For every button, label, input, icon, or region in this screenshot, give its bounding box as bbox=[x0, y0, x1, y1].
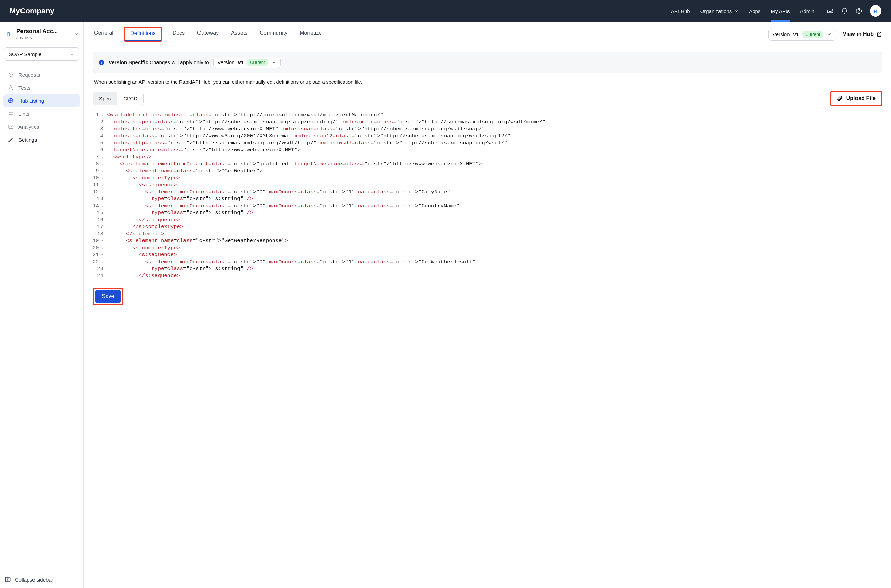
code-editor[interactable]: 123456789101112131415161718192021222324 … bbox=[93, 111, 882, 279]
pencil-icon bbox=[8, 136, 14, 143]
inbox-icon[interactable] bbox=[827, 8, 834, 14]
chevron-down-icon bbox=[734, 9, 739, 14]
account-title: Personal Acc... bbox=[17, 28, 70, 35]
collapse-icon bbox=[5, 576, 11, 582]
info-icon bbox=[98, 59, 105, 66]
svg-point-5 bbox=[11, 112, 12, 113]
svg-point-1 bbox=[858, 12, 859, 13]
nav-apps[interactable]: Apps bbox=[749, 8, 760, 14]
account-switcher[interactable]: R Personal Acc... sbyrnes bbox=[0, 22, 83, 44]
code-content[interactable]: <wsdl:definitions xmlns:tm=class="c-str"… bbox=[107, 112, 882, 279]
project-select-label: SOAP Sample bbox=[9, 51, 41, 57]
sidebar-item-tests[interactable]: Tests bbox=[3, 81, 80, 94]
sidebar-item-analytics[interactable]: Analytics bbox=[3, 120, 80, 133]
nav-admin[interactable]: Admin bbox=[800, 8, 814, 14]
sidebar-item-hub-listing[interactable]: Hub Listing bbox=[3, 94, 80, 107]
svg-point-3 bbox=[10, 75, 11, 75]
definitions-helper-text: When publishing an API version to the Ra… bbox=[93, 73, 882, 91]
attachment-icon bbox=[837, 95, 843, 101]
tab-general[interactable]: General bbox=[93, 27, 115, 42]
bell-icon[interactable] bbox=[841, 8, 848, 14]
collapse-sidebar-button[interactable]: Collapse sidebar bbox=[0, 571, 83, 588]
tab-docs[interactable]: Docs bbox=[171, 27, 186, 42]
chevron-down-icon bbox=[272, 60, 276, 65]
project-select[interactable]: SOAP Sample bbox=[4, 48, 79, 61]
banner-version-select[interactable]: Version v1 Current bbox=[213, 57, 281, 68]
target-icon bbox=[8, 72, 14, 78]
page-tabs-row: General Definitions Docs Gateway Assets … bbox=[84, 22, 891, 42]
sidebar-item-requests[interactable]: Requests bbox=[3, 68, 80, 81]
chart-icon bbox=[8, 124, 14, 130]
tab-definitions[interactable]: Definitions bbox=[124, 27, 162, 42]
svg-point-2 bbox=[9, 73, 13, 77]
sidebar-item-settings[interactable]: Settings bbox=[3, 133, 80, 146]
main: General Definitions Docs Gateway Assets … bbox=[84, 22, 891, 588]
svg-point-6 bbox=[9, 114, 10, 116]
help-icon[interactable] bbox=[855, 8, 862, 14]
nav-organizations[interactable]: Organizations bbox=[700, 8, 739, 14]
svg-point-10 bbox=[101, 61, 102, 62]
current-badge: Current bbox=[247, 59, 268, 66]
avatar[interactable]: R bbox=[870, 5, 882, 17]
top-nav-items: API Hub Organizations Apps My APIs Admin bbox=[671, 8, 814, 14]
line-gutter: 123456789101112131415161718192021222324 bbox=[93, 112, 107, 279]
seg-cicd[interactable]: CI/CD bbox=[117, 92, 143, 105]
tab-monetize[interactable]: Monetize bbox=[298, 27, 323, 42]
view-in-hub-link[interactable]: View in Hub bbox=[843, 31, 882, 37]
upload-file-button[interactable]: Upload File bbox=[830, 91, 882, 106]
version-picker[interactable]: Version v1 Current bbox=[768, 28, 836, 40]
current-badge: Current bbox=[802, 31, 823, 38]
tab-gateway[interactable]: Gateway bbox=[196, 27, 220, 42]
chevron-down-icon bbox=[70, 52, 75, 57]
tab-community[interactable]: Community bbox=[258, 27, 289, 42]
svg-rect-9 bbox=[101, 62, 102, 63]
brand-logo: MyCompany bbox=[9, 6, 54, 15]
sidebar-item-lints[interactable]: Lints bbox=[3, 107, 80, 120]
nav-api-hub[interactable]: API Hub bbox=[671, 8, 690, 14]
version-info-banner: Version Specific Changes will apply only… bbox=[93, 51, 882, 73]
chevron-down-icon bbox=[827, 32, 832, 36]
account-badge-icon: R bbox=[5, 30, 12, 38]
account-subtitle: sbyrnes bbox=[17, 35, 70, 40]
chevron-down-icon bbox=[74, 32, 78, 36]
tab-assets[interactable]: Assets bbox=[230, 27, 249, 42]
spec-cicd-toggle: Spec CI/CD bbox=[93, 92, 144, 105]
sliders-icon bbox=[8, 111, 14, 117]
globe-icon bbox=[8, 98, 14, 104]
flask-icon bbox=[8, 85, 14, 91]
seg-spec[interactable]: Spec bbox=[93, 92, 117, 105]
external-link-icon bbox=[876, 32, 882, 37]
top-nav: MyCompany API Hub Organizations Apps My … bbox=[0, 0, 891, 22]
definitions-toolbar: Spec CI/CD Upload File bbox=[93, 91, 882, 106]
save-button[interactable]: Save bbox=[95, 290, 121, 303]
nav-my-apis[interactable]: My APIs bbox=[771, 8, 790, 14]
sidebar: R Personal Acc... sbyrnes SOAP Sample Re… bbox=[0, 22, 84, 588]
